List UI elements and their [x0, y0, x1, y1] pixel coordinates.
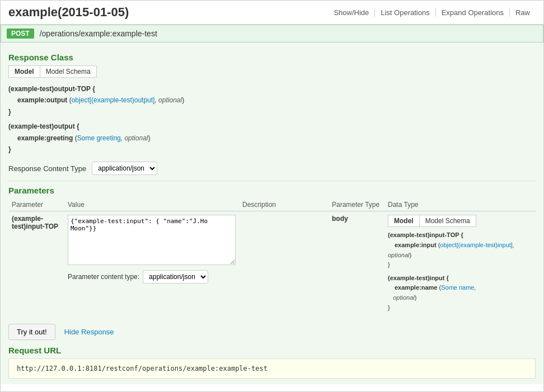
- show-hide-link[interactable]: Show/Hide: [328, 8, 375, 17]
- dtype-type-name-1: (example-test)input-TOP {: [388, 232, 463, 238]
- field-optional-2: , optional: [121, 134, 148, 142]
- request-url-value: http://127.0.0.1:8181/restconf/operation…: [8, 358, 536, 379]
- main-content: Response Class Model Model Schema (examp…: [1, 42, 543, 384]
- field-paren-close-2: ): [148, 134, 150, 142]
- parameters-table: Parameter Value Description Parameter Ty…: [8, 199, 536, 316]
- param-content-type-select[interactable]: application/json application/xml: [143, 270, 208, 284]
- table-row: (example-test)input-TOP {"example-test:i…: [8, 211, 536, 316]
- method-badge: POST: [7, 29, 34, 39]
- dtype-schema-block-2: (example-test)input { example:name (Some…: [388, 273, 532, 313]
- param-type-value: body: [332, 215, 348, 223]
- close-brace-2: }: [8, 145, 11, 153]
- dtype-field-name-2: example:name: [395, 284, 437, 291]
- response-model-tabs: Model Model Schema: [8, 65, 536, 78]
- dtype-field-type-2: Some name: [441, 284, 474, 291]
- list-operations-link[interactable]: List Operations: [375, 8, 435, 17]
- field-optional-1: , optional: [154, 96, 182, 104]
- col-header-value: Value: [64, 199, 239, 211]
- param-content-type-row: Parameter content type: application/json…: [68, 270, 236, 284]
- page-title: example(2015-01-05): [8, 5, 129, 20]
- field-type-1: object[(example-test)output]: [72, 96, 155, 104]
- close-brace-1: }: [8, 108, 11, 116]
- request-url-title: Request URL: [8, 346, 536, 355]
- param-name-cell: (example-test)input-TOP: [8, 211, 64, 316]
- response-schema-block-1: (example-test)output-TOP { example:outpu…: [8, 83, 536, 117]
- dtype-type-name-2: (example-test)input {: [388, 275, 449, 281]
- try-it-out-button[interactable]: Try it out!: [8, 324, 55, 340]
- dtype-paren-close-2: ): [415, 294, 417, 301]
- dtype-close-brace-1: }: [388, 261, 390, 268]
- type-name-1: (example-test)output-TOP {: [8, 85, 95, 93]
- param-value-cell: {"example-test:input": { "name":"J.Ho Mo…: [64, 211, 239, 316]
- dtype-tab-model-schema[interactable]: Model Schema: [419, 215, 476, 227]
- response-content-type-select[interactable]: application/json application/xml: [92, 162, 157, 175]
- param-dtype-cell: Model Model Schema (example-test)input-T…: [384, 211, 536, 316]
- actions-row: Try it out! Hide Response: [8, 324, 536, 340]
- param-name: (example-test)input-TOP: [12, 215, 58, 230]
- request-url-section: Request URL http://127.0.0.1:8181/restco…: [8, 346, 536, 379]
- dtype-field-type-1: object[(example-test)input]: [440, 242, 513, 248]
- col-header-description: Description: [239, 199, 329, 211]
- dtype-paren-close-1: ): [410, 252, 412, 258]
- dtype-model-tabs: Model Model Schema: [388, 215, 532, 227]
- param-content-type-label: Parameter content type:: [68, 273, 139, 281]
- param-description-cell: [239, 211, 329, 316]
- param-type-cell: body: [329, 211, 384, 316]
- response-class-title: Response Class: [8, 53, 536, 62]
- raw-link[interactable]: Raw: [510, 8, 536, 17]
- dtype-close-brace-2: }: [388, 304, 390, 311]
- expand-operations-link[interactable]: Expand Operations: [436, 8, 510, 17]
- dtype-field-name-1: example:input: [395, 242, 437, 248]
- field-name-2: example:greeting: [17, 134, 73, 142]
- header-nav: Show/Hide List Operations Expand Operati…: [328, 8, 536, 17]
- field-name-1: example:output: [17, 96, 67, 104]
- response-schema-block-2: (example-test)output { example:greeting …: [8, 121, 536, 155]
- field-type-2: Some greeting: [77, 134, 121, 142]
- table-header-row: Parameter Value Description Parameter Ty…: [8, 199, 536, 211]
- field-paren-close-1: ): [182, 96, 184, 104]
- dtype-tab-model[interactable]: Model: [388, 215, 419, 227]
- col-header-data-type: Data Type: [384, 199, 536, 211]
- endpoint-path: /operations/example:example-test: [40, 29, 157, 38]
- tab-model-schema[interactable]: Model Schema: [40, 65, 97, 78]
- response-content-type-label: Response Content Type: [8, 164, 86, 173]
- tab-model[interactable]: Model: [8, 65, 40, 78]
- col-header-parameter: Parameter: [8, 199, 64, 211]
- hide-response-link[interactable]: Hide Response: [64, 328, 114, 336]
- response-content-type-row: Response Content Type application/json a…: [8, 162, 536, 175]
- param-value-textarea[interactable]: {"example-test:input": { "name":"J.Ho Mo…: [68, 215, 236, 265]
- type-name-2: (example-test)output {: [8, 122, 79, 130]
- col-header-param-type: Parameter Type: [329, 199, 384, 211]
- page-header: example(2015-01-05) Show/Hide List Opera…: [1, 1, 543, 25]
- dtype-schema-block-1: (example-test)input-TOP { example:input …: [388, 230, 532, 270]
- parameters-title: Parameters: [8, 186, 536, 195]
- post-bar: POST /operations/example:example-test: [1, 25, 543, 42]
